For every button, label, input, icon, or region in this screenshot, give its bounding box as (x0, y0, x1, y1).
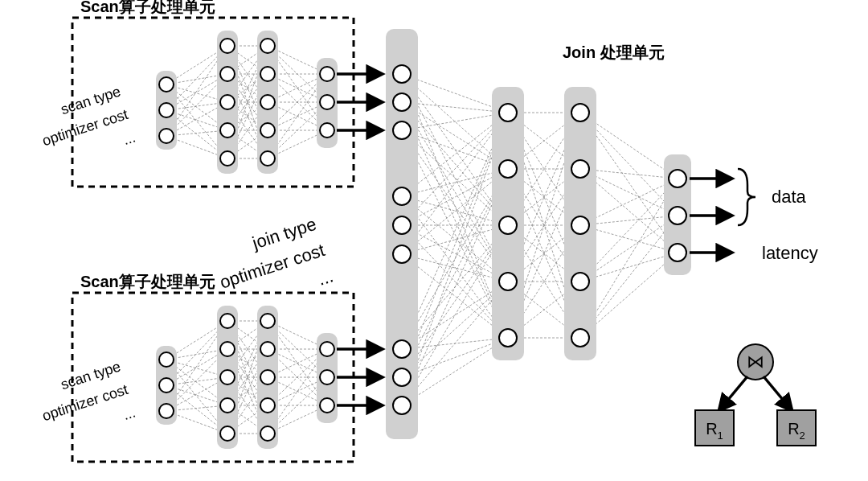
svg-point-237 (320, 342, 334, 356)
tree-right-leaf: R (788, 420, 799, 438)
svg-point-265 (571, 329, 589, 347)
svg-point-230 (220, 398, 235, 413)
svg-point-252 (393, 245, 411, 263)
svg-point-261 (571, 104, 589, 121)
svg-point-235 (260, 398, 275, 413)
svg-point-266 (669, 170, 686, 187)
svg-point-256 (499, 104, 517, 121)
svg-point-225 (159, 378, 174, 393)
svg-point-213 (320, 67, 334, 81)
svg-point-248 (393, 93, 411, 111)
output-data-label: data (772, 187, 807, 207)
svg-point-231 (220, 426, 235, 441)
scan-unit-bottom: Scan算子处理单元 scan type optimizer cost ... (33, 273, 382, 462)
svg-point-236 (260, 426, 275, 441)
connections-layer (166, 46, 678, 434)
svg-point-200 (159, 77, 174, 92)
svg-point-262 (571, 160, 589, 178)
svg-point-255 (393, 397, 411, 414)
svg-point-251 (393, 216, 411, 234)
svg-point-249 (393, 121, 411, 139)
svg-point-233 (260, 342, 275, 356)
join-input-label-3: ... (315, 265, 335, 289)
svg-point-203 (220, 39, 235, 53)
svg-point-202 (159, 129, 174, 143)
scan-unit-bottom-title: Scan算子处理单元 (80, 273, 215, 290)
svg-point-247 (393, 65, 411, 83)
svg-point-258 (499, 216, 517, 234)
svg-point-228 (220, 342, 235, 356)
svg-point-260 (499, 329, 517, 347)
svg-point-263 (571, 216, 589, 234)
svg-point-212 (260, 151, 275, 166)
svg-point-207 (220, 151, 235, 166)
scan-bot-input-label-2: optimizer cost (40, 381, 130, 424)
svg-point-227 (220, 314, 235, 328)
svg-point-257 (499, 160, 517, 178)
scan-unit-top-title: Scan算子处理单元 (80, 0, 215, 15)
svg-point-226 (159, 404, 174, 418)
svg-point-206 (220, 123, 235, 138)
join-unit-title: Join 处理单元 (563, 43, 665, 61)
svg-point-254 (393, 368, 411, 386)
svg-point-214 (320, 95, 334, 109)
svg-point-205 (220, 95, 235, 109)
scan-unit-top: Scan算子处理单元 scan type optimizer cost ... (33, 0, 382, 187)
join-symbol-icon: ⋈ (747, 352, 764, 372)
svg-point-211 (260, 123, 275, 138)
svg-point-208 (260, 39, 275, 53)
scan-bot-input-label-3: ... (121, 404, 137, 423)
svg-point-210 (260, 95, 275, 109)
svg-point-268 (669, 244, 686, 261)
svg-point-238 (320, 370, 334, 384)
svg-point-209 (260, 67, 275, 81)
svg-point-239 (320, 398, 334, 413)
scan-top-input-label-3: ... (121, 129, 137, 148)
svg-point-259 (499, 273, 517, 290)
svg-point-267 (669, 207, 686, 224)
svg-point-253 (393, 340, 411, 358)
svg-point-204 (220, 67, 235, 81)
svg-line-274 (764, 376, 792, 410)
svg-point-250 (393, 187, 411, 205)
scan-top-input-label-2: optimizer cost (40, 106, 130, 149)
svg-point-234 (260, 370, 275, 384)
svg-point-232 (260, 314, 275, 328)
svg-point-201 (159, 103, 174, 117)
svg-rect-219 (72, 293, 354, 462)
join-input-labels: join type optimizer cost ... (209, 214, 336, 319)
svg-line-273 (719, 376, 747, 410)
svg-point-264 (571, 273, 589, 290)
query-tree: ⋈ R1 R2 (695, 344, 816, 446)
tree-left-leaf: R (706, 420, 717, 438)
svg-rect-195 (72, 18, 354, 187)
svg-point-215 (320, 123, 334, 138)
brace-icon (738, 169, 755, 225)
svg-point-229 (220, 370, 235, 384)
output-latency-label: latency (762, 243, 818, 263)
svg-point-224 (159, 352, 174, 367)
